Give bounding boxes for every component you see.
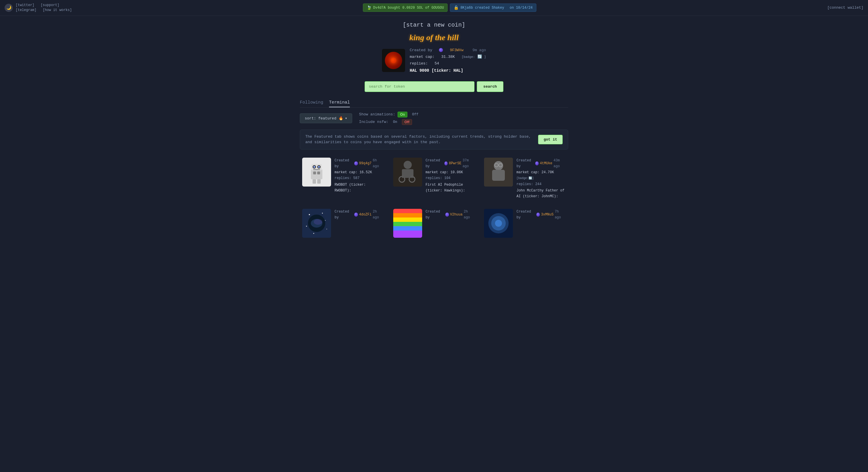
svg-rect-36 bbox=[393, 209, 422, 213]
rwobot-svg bbox=[305, 160, 328, 184]
svg-rect-37 bbox=[393, 213, 422, 217]
search-input[interactable] bbox=[365, 81, 474, 92]
hawkings-svg bbox=[393, 158, 422, 186]
king-created-by-label: Created by bbox=[410, 48, 432, 52]
bottom-1-created-by: Created by 4doZFi 2h ago bbox=[335, 209, 384, 221]
svg-point-13 bbox=[404, 161, 412, 169]
coin-card-bottom-3[interactable]: Created by 3xMNuS 7h ago bbox=[482, 206, 568, 240]
telegram-howitworks-links: [telegram] [how it works] bbox=[16, 8, 72, 13]
show-animations-on-toggle[interactable]: On bbox=[398, 112, 408, 117]
coin-details-johnmc: Created by 4tMUke 43m ago market cap: 24… bbox=[517, 158, 566, 200]
king-coin-info: Created by 9F3WVw 9m ago market cap: 31.… bbox=[410, 47, 486, 74]
include-nsfw-off-toggle[interactable]: Off bbox=[402, 119, 412, 125]
telegram-link[interactable]: [telegram] bbox=[16, 8, 36, 12]
king-coin-name: HAL 9000 [ticker: HAL] bbox=[410, 68, 463, 73]
how-it-works-link[interactable]: [how it works] bbox=[43, 8, 72, 12]
tabs: Following Terminal bbox=[300, 100, 568, 108]
coin-card-bottom-2[interactable]: Created by V2huua 2h ago bbox=[391, 206, 477, 240]
king-card[interactable]: Created by 9F3WVw 9m ago market cap: 31.… bbox=[300, 47, 568, 74]
controls: sort: featured 🔥 ▾ Show animations: On O… bbox=[300, 112, 568, 125]
svg-rect-17 bbox=[402, 176, 413, 178]
bottom-1-avatar bbox=[354, 213, 358, 217]
ticker-bar: 🍃 Dv4d7A bought 0.0820 SOL of GOUGOU 🔒 8… bbox=[363, 3, 537, 12]
bottom-3-username: 3xMNuS bbox=[541, 212, 553, 217]
king-avatar bbox=[439, 48, 445, 52]
ticker-1-emoji: 🍃 bbox=[367, 5, 372, 10]
ticker-2-emoji: 🔒 bbox=[454, 5, 459, 10]
coin-1-time: 6h ago bbox=[373, 158, 384, 170]
svg-rect-8 bbox=[313, 172, 316, 174]
coin-3-created-label: Created by bbox=[517, 158, 534, 170]
svg-point-27 bbox=[309, 214, 310, 215]
coin-card-johnmc[interactable]: Created by 4tMUke 43m ago market cap: 24… bbox=[482, 155, 568, 202]
coin-1-market-cap: market cap: 16.52K bbox=[335, 170, 384, 175]
king-avatar-dot bbox=[439, 48, 443, 52]
show-animations-off-toggle[interactable]: Off bbox=[410, 112, 421, 117]
coin-1-name: RWOBOT (ticker: RWOBOT): bbox=[335, 182, 384, 194]
svg-point-45 bbox=[495, 220, 502, 227]
bottom-3-svg bbox=[484, 209, 513, 238]
coin-thumb-bottom-1 bbox=[302, 209, 331, 238]
coin-grid: Created by 99q4g7 6h ago market cap: 16.… bbox=[300, 155, 568, 202]
start-coin-link[interactable]: [start a new coin] bbox=[300, 22, 568, 28]
search-button[interactable]: search bbox=[477, 81, 504, 92]
coin-details-rwobot: Created by 99q4g7 6h ago market cap: 16.… bbox=[335, 158, 384, 194]
coin-thumb-hawkings bbox=[393, 158, 422, 186]
coin-3-time: 43m ago bbox=[553, 158, 566, 170]
ticker-item-1[interactable]: 🍃 Dv4d7A bought 0.0820 SOL of GOUGOU bbox=[363, 3, 448, 12]
coin-thumb-bottom-2 bbox=[393, 209, 422, 238]
search-section: search bbox=[300, 81, 568, 92]
coin-1-market-cap-label: market cap: bbox=[335, 170, 358, 174]
bottom-3-avatar bbox=[536, 213, 540, 217]
ticker-2-text: 8Kja6b created Shakey bbox=[460, 6, 504, 10]
ticker-2-extra: on 10/14/24 bbox=[510, 6, 533, 10]
king-created-by: Created by 9F3WVw 9m ago bbox=[410, 47, 486, 54]
support-link[interactable]: [support] bbox=[40, 3, 59, 7]
svg-rect-10 bbox=[313, 179, 316, 184]
johnmc-svg bbox=[484, 158, 513, 186]
svg-point-29 bbox=[325, 220, 326, 221]
coin-2-market-cap: market cap: 10.06K bbox=[426, 170, 475, 175]
king-coin-image-inner bbox=[385, 52, 402, 69]
got-it-button[interactable]: got it bbox=[538, 135, 563, 144]
coin-3-replies-label: replies: bbox=[517, 182, 533, 186]
coin-card-bottom-1[interactable]: Created by 4doZFi 2h ago bbox=[300, 206, 386, 240]
coin-card-hawkings[interactable]: Created by 8PwrSE 37m ago market cap: 10… bbox=[391, 155, 477, 202]
king-market-cap-row: market cap: 31.38K [badge: 🔄 ] bbox=[410, 54, 486, 60]
coin-3-name: John McCarthy Father of AI (ticker: John… bbox=[517, 188, 566, 200]
coin-3-avatar bbox=[535, 161, 539, 166]
sort-label: sort: featured 🔥 bbox=[305, 116, 343, 121]
svg-point-28 bbox=[322, 213, 323, 213]
bottom-1-username: 4doZFi bbox=[359, 212, 372, 217]
coin-2-name: First AI Pedophile (ticker: Hawkings): bbox=[426, 182, 475, 194]
bottom-1-svg bbox=[302, 209, 331, 238]
header-left: 🌙 [twitter] [support] [telegram] [how it… bbox=[5, 3, 72, 13]
include-nsfw-on-toggle[interactable]: On bbox=[391, 119, 399, 125]
tab-following[interactable]: Following bbox=[300, 100, 323, 107]
coin-thumb-johnmc bbox=[484, 158, 513, 186]
coin-3-market-cap-value: 24.70K bbox=[541, 170, 554, 174]
connect-wallet-button[interactable]: [connect wallet] bbox=[827, 5, 863, 10]
bottom-1-created-label: Created by bbox=[335, 209, 353, 221]
svg-rect-1 bbox=[311, 169, 322, 179]
logo-icon: 🌙 bbox=[5, 4, 13, 12]
info-banner-text: The Featured tab shows coins based on se… bbox=[305, 134, 533, 145]
king-coin-image bbox=[382, 49, 405, 72]
svg-rect-39 bbox=[393, 222, 422, 226]
bottom-2-created-label: Created by bbox=[426, 209, 444, 221]
svg-rect-7 bbox=[313, 169, 320, 170]
ticker-item-2[interactable]: 🔒 8Kja6b created Shakey on 10/14/24 bbox=[450, 3, 536, 12]
tab-terminal[interactable]: Terminal bbox=[329, 100, 350, 107]
sort-button[interactable]: sort: featured 🔥 ▾ bbox=[300, 113, 352, 123]
header: 🌙 [twitter] [support] [telegram] [how it… bbox=[0, 0, 868, 16]
king-username: 9F3WVw bbox=[450, 48, 464, 52]
coin-2-time: 37m ago bbox=[463, 158, 475, 170]
king-market-cap-label: market cap: bbox=[410, 55, 435, 59]
svg-point-20 bbox=[494, 161, 503, 170]
twitter-link[interactable]: [twitter] bbox=[16, 3, 34, 7]
svg-rect-38 bbox=[393, 217, 422, 222]
coin-2-avatar bbox=[444, 161, 448, 166]
coin-card-rwobot[interactable]: Created by 99q4g7 6h ago market cap: 16.… bbox=[300, 155, 386, 202]
coin-1-replies-count: 587 bbox=[353, 176, 360, 180]
king-badge-close: ] bbox=[484, 55, 486, 59]
